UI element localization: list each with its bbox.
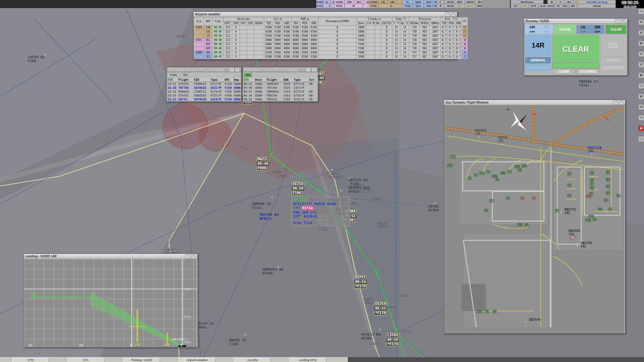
taskbar-window-button[interactable]: Airports weather xyxy=(179,358,215,362)
parking-stand[interactable]: 83 xyxy=(606,185,610,188)
track-callsign[interactable]: LIFAS xyxy=(386,333,399,338)
wx-button[interactable]: SIG xyxy=(455,4,465,8)
etd-col-rfl[interactable]: RFL xyxy=(224,78,233,82)
uudd-runway[interactable]: 14R xyxy=(388,0,397,4)
eta-col-sqa[interactable]: SQA xyxy=(283,78,293,82)
multitrack-button[interactable]: PHA xyxy=(520,4,529,8)
flight-text-label[interactable]: 7R7703 D4AF011↑ xyxy=(260,201,279,221)
flight-text-label[interactable]: SBI418 A8 F140BRU994 D02AF032↓ xyxy=(348,167,370,194)
weather-row[interactable]: 06C 09:40 1234 800080008000 800080008000… xyxy=(194,42,468,47)
track-level[interactable]: *F170 xyxy=(354,284,367,289)
eta-menu-button[interactable]: Sct xyxy=(244,73,252,77)
parking-stand[interactable]: 29 xyxy=(507,170,512,174)
track-level[interactable]: F090 xyxy=(257,166,267,171)
toolbar-button[interactable]: ⋈ xyxy=(638,104,644,110)
session-position[interactable]: D3 (VNK Up Dep) xyxy=(578,0,616,4)
parking-stand[interactable]: 128 xyxy=(447,164,452,167)
etd-window-titlebar[interactable]: ETD before 40 min 5 FPL (+0 hidden) – × xyxy=(167,67,241,72)
parking-stand[interactable]: 10B xyxy=(517,223,523,227)
mode-button[interactable]: M xyxy=(547,0,556,4)
close-button[interactable]: × xyxy=(235,68,240,72)
parking-stand[interactable]: 22 xyxy=(532,197,536,200)
etd-col-type[interactable]: Type xyxy=(210,78,224,82)
uuww-runway[interactable]: 01 xyxy=(323,0,330,4)
parking-stand[interactable]: 6B xyxy=(492,310,497,313)
mode-button[interactable]: F xyxy=(556,0,565,4)
parking-stand[interactable]: 28A xyxy=(521,164,527,168)
weather-row[interactable]: UUEE06L 09:40 1234 800080008000 80008000… xyxy=(194,38,468,42)
close-button[interactable]: × xyxy=(191,254,196,258)
weather-row[interactable]: 06R 09:40 1234 800080008000 800080008000… xyxy=(194,47,468,51)
afl-callsign[interactable]: AFL1870 xyxy=(293,198,308,202)
runway-32l-block[interactable]: 32L xyxy=(601,35,626,56)
parking-stand[interactable]: 82 xyxy=(606,191,610,195)
eta-flight-row[interactable]: 09:36UUWWPBD260 1455B738/MWD xyxy=(243,94,317,97)
aircraft-ground-label[interactable]: SBI6514L xyxy=(498,136,508,143)
toolbar-button[interactable]: ⊞ xyxy=(638,62,644,68)
minimize-button[interactable]: – xyxy=(185,254,190,258)
etd-menu-button[interactable]: Sct xyxy=(181,73,190,77)
afl-cleared-level[interactable]: Hrbs F114 xyxy=(293,221,348,225)
ground-aircraft[interactable]: ✈ SBI544 xyxy=(525,319,527,325)
selected-flight-panel[interactable]: AFL1870 D2 AF113↑??? Km524 ms10 ??? BITS… xyxy=(291,196,350,226)
minimize-button[interactable]: – xyxy=(613,100,618,105)
uuee-runway[interactable]: 06R xyxy=(345,0,354,4)
etd-col-flight[interactable]: Flight xyxy=(178,78,193,82)
parking-stand[interactable]: 30A xyxy=(500,172,506,175)
taskbar-window-button[interactable]: Runway: UUDD xyxy=(123,358,160,362)
weather-row[interactable]: UUDD14R 09:50 1234 810081008100 81008100… xyxy=(194,26,468,30)
aircraft-ground-label[interactable]: NUS711B14L xyxy=(588,146,601,153)
parking-stand[interactable]: 85 xyxy=(606,171,610,174)
flight-text-label[interactable]: LAF04 D1F200 xyxy=(28,44,45,63)
mode-button[interactable]: Scl xyxy=(565,0,573,4)
parking-stand[interactable]: 28 xyxy=(517,168,522,172)
wx-button[interactable]: MET xyxy=(455,0,465,4)
ground-aircraft[interactable]: ✈ SBI6514L xyxy=(501,141,503,147)
parking-stand[interactable]: 46 xyxy=(590,186,594,190)
track-callsign[interactable]: MAZIL xyxy=(257,157,269,162)
weather-window-titlebar[interactable]: Airports weather – × xyxy=(194,12,457,17)
toolbar-button[interactable]: ⌖ xyxy=(638,9,644,14)
runway-tab-14l-32r[interactable]: 14L 32R ARR DEP xyxy=(576,25,604,34)
ground-aircraft[interactable]: ✈ SBI79514L xyxy=(576,242,579,248)
weather-row[interactable]: 32 09:50 1234 810081008100 810081008100 … xyxy=(194,34,468,38)
close-button[interactable]: × xyxy=(312,68,317,72)
aircraft-ground-label[interactable]: MOV35514L xyxy=(569,229,580,236)
eta-flight-row[interactable]: 09:48UUWW7R7704 6326CRJ1/M xyxy=(243,86,317,90)
parking-stand[interactable]: 20A xyxy=(476,310,482,313)
uuee-atis-code[interactable]: W xyxy=(345,4,363,8)
flight-track-label[interactable]: MAZIL 09:48 F090 xyxy=(257,157,269,171)
eta-col-dest[interactable]: Dest xyxy=(254,78,266,82)
unit-button[interactable]: Kmh xyxy=(547,4,554,8)
uuee-runway[interactable]: 06C xyxy=(354,0,364,4)
clear-button[interactable]: CLEAR xyxy=(552,69,575,74)
parking-stand[interactable]: 86 xyxy=(616,194,621,198)
eta-col-flight[interactable]: Flight xyxy=(266,78,283,82)
runway-14r-block[interactable]: 14R xyxy=(525,35,551,56)
toolbar-button[interactable]: ◉ xyxy=(638,125,644,131)
etd-flight-row[interactable]: 10:23UTA355TOGMO1A B737/MF330UUWW xyxy=(167,82,241,86)
minimize-button[interactable]: – xyxy=(229,68,234,72)
track-level[interactable]: *F170 xyxy=(374,311,387,315)
eta-col-type[interactable]: Type xyxy=(293,78,308,82)
afl-modes[interactable]: hdg spd vrc xyxy=(293,210,348,214)
toolbar-button[interactable]: ▩ xyxy=(638,72,644,78)
parking-stand[interactable]: 44A xyxy=(586,195,592,198)
flight-text-label[interactable]: -48°C124°Km11 xyxy=(329,163,343,179)
etd-flight-row[interactable]: 10:207R7705SOTOG1A CRJ2/MF180UUWW xyxy=(167,86,241,90)
multitrack-button[interactable]: CA xyxy=(511,4,520,8)
parking-stand[interactable]: 31 xyxy=(486,170,490,174)
taskbar-window-button[interactable]: Aux Dfw xyxy=(234,358,271,362)
runway-status-clear[interactable]: CLEAR xyxy=(552,35,599,62)
afl-fix-highlight[interactable]: BITSA xyxy=(302,206,314,210)
toolbar-button[interactable]: ▣ xyxy=(638,94,644,99)
weather-row[interactable]: 14L 09:50 1234 810081008100 810081008100… xyxy=(194,30,468,34)
close-button[interactable]: × xyxy=(619,100,624,105)
parking-stand[interactable]: 8A xyxy=(525,223,529,227)
parking-stand[interactable]: 43 xyxy=(592,218,597,221)
parking-stand[interactable]: 23 xyxy=(520,197,525,200)
multitrack-button[interactable]: ALR xyxy=(538,4,548,8)
arrival-button-14r[interactable]: ARRIVAL xyxy=(525,57,551,63)
eta-flight-row[interactable]: 09:35UUWWPBD261 1456B738/MWD xyxy=(243,97,317,101)
eta-flight-row[interactable]: 09:47UUWWSDM6486 3425B773/HWD xyxy=(243,90,317,94)
